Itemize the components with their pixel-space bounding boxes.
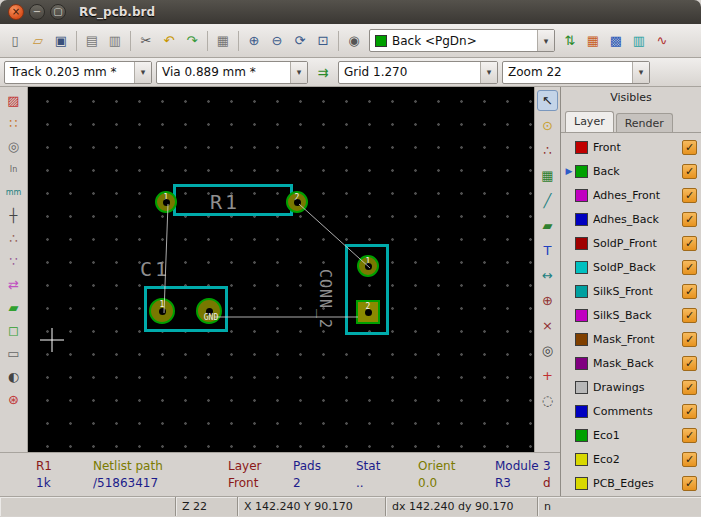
grid-select[interactable]: Grid 1.270 ▾ (338, 61, 498, 84)
layer-color-swatch[interactable] (575, 453, 588, 466)
grid-dropdown-button[interactable]: ▾ (480, 62, 497, 83)
layer-row-adhes_back[interactable]: Adhes_Back✓ (561, 207, 701, 231)
highlight-net-button[interactable]: ⊙ (537, 115, 558, 136)
layer-color-swatch[interactable] (575, 285, 588, 298)
zoom-fit-button[interactable]: ⊡ (312, 30, 334, 52)
open-board-button[interactable]: ▱ (27, 30, 49, 52)
layer-visible-checkbox[interactable]: ✓ (682, 212, 697, 227)
microwave-tools-button[interactable]: ∿ (651, 30, 673, 52)
minimize-button[interactable]: − (29, 4, 45, 20)
tracks-sketch-button[interactable]: ▭ (3, 343, 24, 364)
select-tool-button[interactable]: ↖ (537, 90, 558, 111)
layer-visible-checkbox[interactable]: ✓ (682, 164, 697, 179)
delete-tool-button[interactable]: × (537, 315, 558, 336)
layer-color-swatch[interactable] (575, 357, 588, 370)
page-settings-button[interactable]: ▤ (81, 30, 103, 52)
layer-visible-checkbox[interactable]: ✓ (682, 284, 697, 299)
layer-select[interactable]: Back <PgDn> ▾ (369, 29, 555, 52)
via-size-select[interactable]: Via 0.889 mm * ▾ (156, 61, 308, 84)
layer-row-front[interactable]: Front✓ (561, 135, 701, 159)
r1-reference-label[interactable]: R1 (210, 192, 240, 212)
autodel-track-button[interactable]: ⇄ (3, 274, 24, 295)
layer-color-swatch[interactable] (575, 261, 588, 274)
ratsnest-module-button[interactable]: ∵ (3, 251, 24, 272)
save-board-button[interactable]: ▣ (50, 30, 72, 52)
track-width-dropdown-button[interactable]: ▾ (134, 62, 151, 83)
grid-toggle-button[interactable]: ∷ (3, 113, 24, 134)
layer-visible-checkbox[interactable]: ✓ (682, 476, 697, 491)
layer-row-mask_front[interactable]: Mask_Front✓ (561, 327, 701, 351)
conn2-pad-2[interactable]: 2 (356, 300, 380, 324)
modules-list-button[interactable]: ▦ (582, 30, 604, 52)
add-text-button[interactable]: T (537, 240, 558, 261)
layer-color-swatch[interactable] (575, 141, 588, 154)
layer-color-swatch[interactable] (575, 237, 588, 250)
layer-visible-checkbox[interactable]: ✓ (682, 260, 697, 275)
layer-color-swatch[interactable] (575, 333, 588, 346)
grid-origin-button[interactable]: + (537, 365, 558, 386)
layer-row-soldp_back[interactable]: SoldP_Back✓ (561, 255, 701, 279)
drc-check-button[interactable]: ▩ (605, 30, 627, 52)
high-contrast-button[interactable]: ◐ (3, 366, 24, 387)
print-button[interactable]: ▥ (104, 30, 126, 52)
plot-button[interactable]: ▦ (212, 30, 234, 52)
layer-color-swatch[interactable] (575, 213, 588, 226)
layer-visible-checkbox[interactable]: ✓ (682, 188, 697, 203)
add-dimension-button[interactable]: ↔ (537, 265, 558, 286)
layer-color-swatch[interactable] (575, 165, 588, 178)
zoom-in-button[interactable]: ⊕ (243, 30, 265, 52)
zoom-select-button[interactable]: ◌ (537, 390, 558, 411)
layer-color-swatch[interactable] (575, 429, 588, 442)
maximize-button[interactable]: ▢ (50, 4, 66, 20)
zoom-dropdown-button[interactable]: ▾ (632, 62, 649, 83)
add-target-button[interactable]: ⊕ (537, 290, 558, 311)
via-size-dropdown-button[interactable]: ▾ (290, 62, 307, 83)
layer-row-mask_back[interactable]: Mask_Back✓ (561, 351, 701, 375)
layer-row-silks_back[interactable]: SilkS_Back✓ (561, 303, 701, 327)
layer-color-swatch[interactable] (575, 381, 588, 394)
ratsnest-general-button[interactable]: ∴ (3, 228, 24, 249)
add-zone-button[interactable]: ▰ (537, 215, 558, 236)
zoom-out-button[interactable]: ⊖ (266, 30, 288, 52)
netlist-button[interactable]: ⇅ (559, 30, 581, 52)
close-button[interactable]: × (8, 4, 24, 20)
polar-coords-button[interactable]: ◎ (3, 136, 24, 157)
units-inch-button[interactable]: In (3, 159, 24, 180)
layer-color-swatch[interactable] (575, 477, 588, 490)
layer-color-swatch[interactable] (575, 189, 588, 202)
drill-origin-button[interactable]: ◎ (537, 340, 558, 361)
layer-visible-checkbox[interactable]: ✓ (682, 380, 697, 395)
conn2-pad-1[interactable]: 1 (357, 255, 379, 277)
layer-select-dropdown-button[interactable]: ▾ (537, 30, 554, 51)
auto-track-width-button[interactable]: ⇉ (312, 61, 334, 83)
titlebar[interactable]: ×−▢ RC_pcb.brd (0, 0, 701, 24)
layer-visible-checkbox[interactable]: ✓ (682, 308, 697, 323)
zoom-select[interactable]: Zoom 22 ▾ (502, 61, 650, 84)
layer-row-silks_front[interactable]: SilkS_Front✓ (561, 279, 701, 303)
c1-pad-1[interactable]: 1 (149, 298, 175, 324)
track-width-select[interactable]: Track 0.203 mm * ▾ (4, 61, 152, 84)
layer-color-swatch[interactable] (575, 309, 588, 322)
layer-manager-button[interactable]: ▥ (628, 30, 650, 52)
layer-row-pcb_edges[interactable]: PCB_Edges✓ (561, 471, 701, 495)
tab-render[interactable]: Render (616, 113, 673, 132)
tab-layer[interactable]: Layer (565, 111, 614, 132)
layer-row-soldp_front[interactable]: SoldP_Front✓ (561, 231, 701, 255)
drc-toggle-button[interactable]: ▨ (3, 90, 24, 111)
c1-reference-label[interactable]: C1 (140, 259, 170, 279)
add-module-button[interactable]: ▦ (537, 165, 558, 186)
r1-pad-2[interactable]: 2 (286, 191, 308, 213)
new-board-button[interactable]: ▯ (4, 30, 26, 52)
redo-button[interactable]: ↷ (181, 30, 203, 52)
conn2-reference-label[interactable]: CONN_2 (312, 264, 332, 334)
layer-row-adhes_front[interactable]: Adhes_Front✓ (561, 183, 701, 207)
layer-row-back[interactable]: ▶Back✓ (561, 159, 701, 183)
local-ratsnest-button[interactable]: ∴ (537, 140, 558, 161)
ratsnest-web-button[interactable]: ⊛ (3, 389, 24, 410)
add-track-button[interactable]: ╱ (537, 190, 558, 211)
layer-visible-checkbox[interactable]: ✓ (682, 356, 697, 371)
layer-visible-checkbox[interactable]: ✓ (682, 452, 697, 467)
pads-sketch-button[interactable]: ◻ (3, 320, 24, 341)
layer-color-swatch[interactable] (575, 405, 588, 418)
zoom-redraw-button[interactable]: ⟳ (289, 30, 311, 52)
